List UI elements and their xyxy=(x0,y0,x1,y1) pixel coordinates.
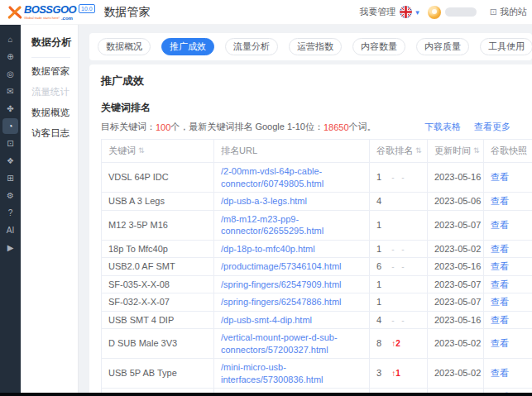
snapshot-cell: 查看 xyxy=(484,210,532,240)
home-icon[interactable]: ⌂ xyxy=(2,31,18,47)
rank-change: - - xyxy=(391,316,406,325)
summary-row: 目标关键词：100个，最新关键词排名 Google 1-10位：18650个词。… xyxy=(101,121,532,133)
my-site-button[interactable]: ⊡ 我的站 xyxy=(490,6,527,18)
tab-bar: 数据概况 推广成效 流量分析 运营指数 内容数量 内容质量 工具使用 xyxy=(89,33,532,60)
ranking-url-link[interactable]: /spring-fingers/62547909.html xyxy=(221,279,342,289)
snapshot-cell: 查看 xyxy=(484,293,532,312)
view-snapshot-link[interactable]: 查看 xyxy=(491,196,509,206)
column-header[interactable]: 谷歌排名⇅ xyxy=(370,140,428,163)
bossgoo-logo[interactable]: BOSSGOO Global trade starts here! .com 1… xyxy=(7,4,95,21)
clover-icon[interactable]: ❖ xyxy=(2,153,18,169)
keyword-cell: 18p To Mfc40p xyxy=(102,240,214,258)
google-rank-cell: 1- - xyxy=(370,163,428,193)
url-cell: /mini-micro-usb-interfaces/57300836.html xyxy=(214,359,370,389)
url-cell: /dp-usb-a-3-legs.html xyxy=(214,193,370,211)
column-header[interactable]: 更新时间⇅ xyxy=(428,140,484,163)
target-icon[interactable]: ◎ xyxy=(2,66,18,82)
tab-tool-usage[interactable]: 工具使用 xyxy=(480,38,532,55)
sort-icon[interactable]: ⇅ xyxy=(138,146,145,155)
url-cell: /dp-18p-to-mfc40p.html xyxy=(214,240,370,258)
url-cell: /dp-usb-smt-4-dip.html xyxy=(214,311,370,329)
table-row: SF-032-X-X-07 /spring-fingers/62547886.h… xyxy=(102,293,532,312)
column-header[interactable]: 关键词⇅ xyxy=(102,140,214,163)
view-snapshot-link[interactable]: 查看 xyxy=(491,297,509,307)
sidebar-item-traffic-stats[interactable]: 流量统计 xyxy=(31,86,78,98)
table-row: USB A 3 Legs /dp-usb-a-3-legs.html 4 202… xyxy=(102,193,532,211)
table-row: USB SMT 4 DIP /dp-usb-smt-4-dip.html 4- … xyxy=(102,311,532,329)
tab-traffic-analysis[interactable]: 流量分析 xyxy=(225,38,278,55)
analytics-pie-icon[interactable]: ◔ xyxy=(2,118,18,134)
url-cell: /vertical-mount-power-d-sub-connectors/5… xyxy=(214,329,370,359)
rank-value: 1 xyxy=(376,297,381,307)
updated-time-cell: 2023-05-16 xyxy=(428,258,484,276)
sort-icon[interactable]: ⇅ xyxy=(415,146,422,155)
view-snapshot-link[interactable]: 查看 xyxy=(491,220,509,230)
monitor-icon[interactable]: ⊡ xyxy=(2,136,18,151)
view-snapshot-link[interactable]: 查看 xyxy=(491,279,509,289)
sidebar-item-visitor-log[interactable]: 访客日志 xyxy=(31,127,78,140)
google-rank-cell: 6- - xyxy=(370,258,428,276)
sidebar-item-data-overview[interactable]: 数据概览 xyxy=(31,107,78,119)
keyword-cell: USB SMT 4 DIP xyxy=(102,311,214,329)
ranking-url-link[interactable]: /dp-usb-smt-4-dip.html xyxy=(221,315,312,325)
page-title: 推广成效 xyxy=(101,74,532,88)
table-row: VDSL 64P IDC /2-00mm-vdsl-64p-cable-conn… xyxy=(102,163,532,193)
mail-icon[interactable]: ✉ xyxy=(2,83,18,99)
table-row: 18p To Mfc40p /dp-18p-to-mfc40p.html 1- … xyxy=(102,240,532,258)
logo-x-icon xyxy=(7,5,22,20)
rank-value: 1 xyxy=(376,244,381,254)
column-header[interactable]: 谷歌快照⇅ xyxy=(484,140,532,163)
uk-flag-icon[interactable] xyxy=(400,6,412,18)
ranking-url-link[interactable]: /m8-m12-m23-pp9-connector/62655295.html xyxy=(221,214,324,236)
sidebar-item-data-manager[interactable]: 数据管家 xyxy=(31,65,78,78)
rank-change: ↑2 xyxy=(391,339,400,348)
video-icon[interactable]: ▶ xyxy=(2,240,18,255)
view-more-link[interactable]: 查看更多 xyxy=(474,121,510,133)
download-table-link[interactable]: 下载表格 xyxy=(424,121,461,133)
ranking-url-link[interactable]: /dp-usb-a-3-legs.html xyxy=(221,196,307,206)
view-snapshot-link[interactable]: 查看 xyxy=(491,261,509,271)
snapshot-cell: 查看 xyxy=(484,359,532,389)
globe-icon[interactable]: ⊕ xyxy=(2,49,18,64)
ranking-url-link[interactable]: /productimage/57346104.html xyxy=(221,261,342,271)
chevron-down-icon[interactable]: ▾ xyxy=(415,8,419,17)
ranking-url-link[interactable]: /mini-micro-usb-interfaces/57300836.html xyxy=(221,362,324,384)
ai-icon[interactable]: AI xyxy=(2,222,18,238)
ranking-url-link[interactable]: /2-00mm-vdsl-64p-cable-connector/6074980… xyxy=(221,166,324,188)
avatar[interactable] xyxy=(428,6,441,19)
sidebar-title: 数据分析 xyxy=(31,36,78,50)
view-snapshot-link[interactable]: 查看 xyxy=(491,172,509,182)
help-icon[interactable]: ? xyxy=(2,205,18,221)
sort-icon[interactable]: ⇅ xyxy=(473,146,480,155)
view-snapshot-link[interactable]: 查看 xyxy=(491,338,509,348)
settings-gear-icon[interactable]: ⚙ xyxy=(2,188,18,203)
ranked-keyword-count: 18650 xyxy=(324,122,349,132)
divider xyxy=(31,57,70,58)
tab-operation-index[interactable]: 运营指数 xyxy=(289,38,342,55)
keyword-ranking-table: 关键词⇅ 排名URL⇅ 谷歌排名⇅ 更新时间⇅ 谷歌快照⇅ xyxy=(101,139,532,396)
tab-content-quality[interactable]: 内容质量 xyxy=(416,38,469,55)
ranking-url-link[interactable]: /dp-18p-to-mfc40p.html xyxy=(221,244,315,254)
updated-time-cell: 2023-05-16 xyxy=(428,163,484,193)
ranking-url-link[interactable]: /vertical-mount-power-d-sub-connectors/5… xyxy=(221,332,338,355)
view-snapshot-link[interactable]: 查看 xyxy=(491,315,509,325)
tab-promotion-results[interactable]: 推广成效 xyxy=(161,38,214,55)
column-header[interactable]: 排名URL⇅ xyxy=(214,140,370,163)
updated-time-cell: 2023-05-07 xyxy=(428,275,484,293)
main-area: 数据概况 推广成效 流量分析 运营指数 内容数量 内容质量 工具使用 推广成效 … xyxy=(79,25,532,396)
keyword-cell: USB 5P AB Type xyxy=(102,359,214,389)
tab-content-quantity[interactable]: 内容数量 xyxy=(352,38,405,55)
keyword-cell: USB A 3 Legs xyxy=(102,193,214,211)
apps-icon[interactable]: ✤ xyxy=(2,101,18,117)
google-rank-cell: 1 xyxy=(370,293,428,312)
rank-value: 1 xyxy=(376,220,381,230)
view-snapshot-link[interactable]: 查看 xyxy=(491,368,509,378)
manage-label[interactable]: 我要管理 xyxy=(359,6,395,18)
ranking-url-link[interactable]: /spring-fingers/62547886.html xyxy=(221,297,342,307)
rank-change: - - xyxy=(391,173,406,182)
grid-icon[interactable]: ⊞ xyxy=(2,170,18,186)
tab-data-overview[interactable]: 数据概况 xyxy=(98,38,151,55)
summary-label: 目标关键词： xyxy=(101,121,156,133)
view-snapshot-link[interactable]: 查看 xyxy=(491,244,509,254)
snapshot-cell: 查看 xyxy=(484,163,532,193)
